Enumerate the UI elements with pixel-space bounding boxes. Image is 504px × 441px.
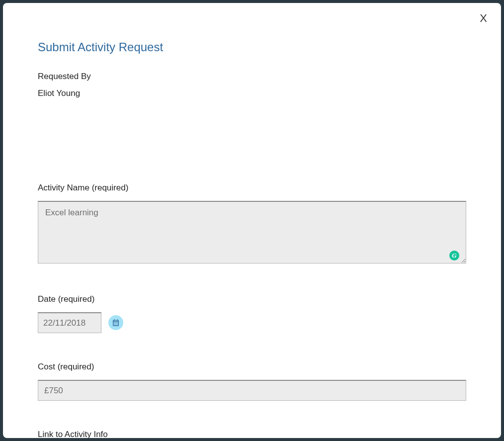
calendar-icon bbox=[112, 319, 120, 327]
link-section: Link to Activity Info bbox=[38, 430, 466, 438]
activity-name-section: Activity Name (required) G bbox=[38, 183, 466, 265]
requested-by-label: Requested By bbox=[38, 72, 466, 82]
calendar-button[interactable] bbox=[108, 315, 123, 330]
cost-label: Cost (required) bbox=[38, 362, 466, 372]
requested-by-section: Requested By Eliot Young bbox=[38, 72, 466, 98]
submit-activity-modal: X Submit Activity Request Requested By E… bbox=[3, 3, 501, 438]
cost-section: Cost (required) bbox=[38, 362, 466, 401]
link-label: Link to Activity Info bbox=[38, 430, 466, 438]
modal-title: Submit Activity Request bbox=[38, 40, 466, 54]
activity-name-wrapper: G bbox=[38, 201, 466, 265]
close-button[interactable]: X bbox=[480, 12, 487, 25]
requested-by-value: Eliot Young bbox=[38, 88, 466, 98]
date-label: Date (required) bbox=[38, 294, 466, 304]
date-input[interactable] bbox=[38, 312, 101, 333]
activity-name-label: Activity Name (required) bbox=[38, 183, 466, 193]
date-section: Date (required) bbox=[38, 294, 466, 333]
cost-input[interactable] bbox=[38, 380, 466, 401]
date-row bbox=[38, 312, 466, 333]
activity-name-input[interactable] bbox=[38, 201, 466, 264]
